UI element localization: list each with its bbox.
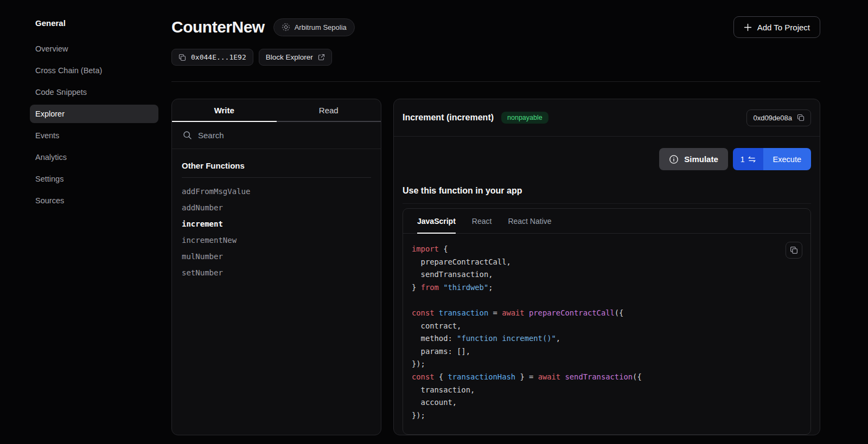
function-item-addNumber[interactable]: addNumber [182, 200, 371, 216]
sidebar-item-settings[interactable]: Settings [30, 170, 158, 188]
info-icon [669, 155, 679, 164]
add-to-project-button[interactable]: Add To Project [733, 16, 820, 38]
main-content: CounterNew Arbitrum Sepolia [171, 0, 868, 444]
usage-heading: Use this function in your app [403, 186, 811, 196]
function-item-mulNumber[interactable]: mulNumber [182, 248, 371, 265]
mutability-badge: nonpayable [501, 112, 548, 124]
function-item-setNumber[interactable]: setNumber [182, 265, 371, 281]
code-line: method: "function increment()", [412, 332, 802, 345]
execute-button[interactable]: Execute [763, 148, 811, 170]
usage-divider [403, 203, 811, 204]
actions-row: Simulate 1 Execute [394, 148, 820, 170]
plus-icon [744, 23, 752, 31]
sidebar-items: OverviewCross Chain (Beta)Code SnippetsE… [30, 40, 158, 210]
code-tab-javascript[interactable]: JavaScript [417, 209, 456, 234]
sidebar-item-explorer[interactable]: Explorer [30, 105, 158, 123]
add-to-project-label: Add To Project [757, 23, 810, 32]
code-line: params: [], [412, 345, 802, 358]
copy-icon [790, 246, 798, 254]
sidebar-heading: General [30, 18, 158, 28]
code-line: }); [412, 409, 802, 422]
code-line: sendTransaction, [412, 268, 802, 281]
code-language-tabs: JavaScriptReactReact Native [403, 209, 810, 234]
copy-code-button[interactable] [786, 242, 802, 259]
write-read-tabs: WriteRead [172, 99, 381, 122]
search-icon [183, 131, 192, 140]
contract-address-button[interactable]: 0x044E...1E92 [171, 49, 253, 66]
tab-write[interactable]: Write [172, 99, 277, 122]
function-detail-header: Increment (increment) nonpayable 0xd09de… [394, 99, 820, 137]
block-explorer-label: Block Explorer [266, 53, 313, 61]
app-window: General OverviewCross Chain (Beta)Code S… [0, 0, 868, 444]
code-line: const transaction = await prepareContrac… [412, 307, 802, 320]
sidebar: General OverviewCross Chain (Beta)Code S… [0, 0, 171, 444]
copy-icon [797, 114, 805, 121]
code-tab-react-native[interactable]: React Native [508, 209, 551, 234]
code-line: } from "thirdweb"; [412, 281, 802, 294]
block-explorer-button[interactable]: Block Explorer [259, 49, 332, 66]
function-item-incrementNew[interactable]: incrementNew [182, 232, 371, 248]
code-line: contract, [412, 320, 802, 333]
search-input[interactable] [198, 131, 370, 140]
code-line [412, 294, 802, 307]
sidebar-item-cross-chain-beta[interactable]: Cross Chain (Beta) [30, 61, 158, 80]
page-title: CounterNew [171, 18, 265, 36]
function-selector-label: 0xd09de08a [753, 114, 792, 122]
function-selector-button[interactable]: 0xd09de08a [746, 110, 811, 126]
code-tab-react[interactable]: React [472, 209, 492, 234]
code-line: const { transactionHash } = await sendTr… [412, 371, 802, 384]
functions-section-title: Other Functions [182, 161, 371, 170]
sidebar-item-analytics[interactable]: Analytics [30, 148, 158, 166]
function-item-addFromMsgValue[interactable]: addFromMsgValue [182, 183, 371, 200]
network-badge[interactable]: Arbitrum Sepolia [273, 18, 355, 36]
code-snippet: import { prepareContractCall, sendTransa… [412, 243, 802, 422]
functions-list: addFromMsgValueaddNumberincrementincreme… [182, 183, 371, 281]
execute-label: Execute [773, 155, 801, 164]
external-link-icon [318, 54, 325, 61]
contract-address-label: 0x044E...1E92 [191, 53, 246, 61]
code-body: import { prepareContractCall, sendTransa… [403, 234, 810, 434]
network-icon [282, 23, 290, 31]
code-line: account, [412, 396, 802, 409]
header-divider [171, 81, 820, 82]
function-detail-panel: Increment (increment) nonpayable 0xd09de… [393, 99, 820, 435]
simulate-button[interactable]: Simulate [659, 148, 728, 170]
function-title: Increment (increment) [403, 113, 494, 123]
code-card: JavaScriptReactReact Native import { pre… [403, 208, 811, 435]
tx-count-button[interactable]: 1 [733, 148, 763, 170]
code-line: transaction, [412, 384, 802, 397]
copy-icon [178, 54, 186, 61]
sidebar-item-overview[interactable]: Overview [30, 40, 158, 58]
page-header: CounterNew Arbitrum Sepolia [171, 0, 820, 82]
functions-panel: WriteRead Other Functions addFromMsgValu… [171, 99, 381, 435]
function-item-increment[interactable]: increment [182, 216, 371, 232]
network-badge-label: Arbitrum Sepolia [295, 23, 347, 31]
simulate-label: Simulate [684, 155, 718, 164]
code-line: }); [412, 358, 802, 371]
tx-count-label: 1 [741, 155, 745, 164]
sidebar-item-events[interactable]: Events [30, 126, 158, 145]
execute-split-button: 1 Execute [733, 148, 811, 170]
swap-icon [748, 156, 756, 163]
sidebar-item-sources[interactable]: Sources [30, 191, 158, 210]
search-row [172, 122, 381, 149]
sidebar-item-code-snippets[interactable]: Code Snippets [30, 83, 158, 101]
code-line: prepareContractCall, [412, 256, 802, 269]
tab-read[interactable]: Read [277, 99, 381, 122]
code-line: import { [412, 243, 802, 256]
functions-section-divider [182, 177, 371, 178]
